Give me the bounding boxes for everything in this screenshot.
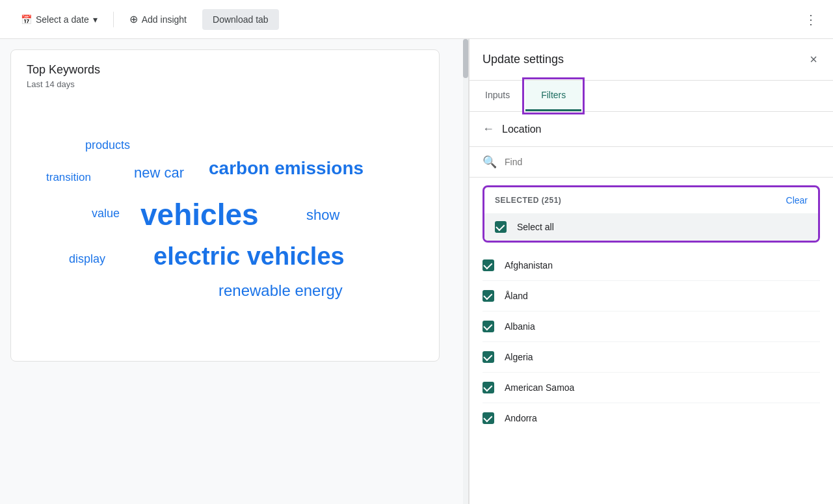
toolbar: ⋮ 📅 Select a date ▾ ⊕ Add insight Downlo…: [0, 0, 833, 39]
left-panel-inner: Top Keywords Last 14 days productstransi…: [10, 49, 458, 494]
calendar-icon: 📅: [21, 14, 32, 25]
word-cloud-word: vehicles: [140, 197, 259, 232]
location-title: Location: [502, 124, 542, 135]
country-name: Albania: [505, 321, 535, 332]
country-name: American Samoa: [505, 382, 574, 393]
country-name: Åland: [505, 291, 528, 301]
left-panel: Top Keywords Last 14 days productstransi…: [0, 39, 469, 504]
country-checkbox[interactable]: [483, 290, 494, 302]
selected-header: SELECTED (251) Clear: [484, 187, 818, 213]
selected-count-label: SELECTED (251): [495, 196, 561, 205]
country-checkbox[interactable]: [483, 382, 494, 393]
word-cloud-card: Top Keywords Last 14 days productstransi…: [10, 49, 440, 362]
country-row[interactable]: Algeria: [483, 342, 820, 373]
country-row[interactable]: Andorra: [483, 403, 820, 433]
word-cloud-word: carbon emissions: [209, 158, 364, 179]
chevron-down-icon: ▾: [93, 14, 98, 25]
country-checkbox[interactable]: [483, 351, 494, 363]
panel-header: Update settings ×: [469, 39, 833, 81]
download-tab-button[interactable]: Download tab: [202, 9, 279, 30]
more-options-icon[interactable]: ⋮: [799, 9, 823, 30]
card-subtitle: Last 14 days: [27, 79, 423, 89]
country-row[interactable]: American Samoa: [483, 373, 820, 403]
select-all-checkbox[interactable]: [495, 221, 507, 233]
right-panel: Update settings × Inputs Filters ← Locat…: [469, 39, 833, 504]
panel-title: Update settings: [483, 53, 564, 66]
clear-button[interactable]: Clear: [786, 195, 808, 206]
word-cloud-word: renewable energy: [218, 282, 343, 300]
add-insight-label: Add insight: [142, 14, 187, 25]
word-cloud-word: value: [92, 207, 120, 220]
location-header: ← Location: [469, 112, 833, 147]
panel-tabs: Inputs Filters: [469, 81, 833, 112]
search-icon: 🔍: [483, 155, 497, 169]
word-cloud: productstransitionnew carcarbon emission…: [27, 99, 423, 347]
word-cloud-word: transition: [46, 171, 91, 184]
country-checkbox[interactable]: [483, 412, 494, 424]
country-checkbox[interactable]: [483, 259, 494, 271]
tab-filters[interactable]: Filters: [525, 81, 581, 111]
tab-inputs[interactable]: Inputs: [469, 81, 525, 111]
toolbar-divider-1: [113, 12, 114, 27]
select-date-label: Select a date: [36, 14, 89, 25]
country-row[interactable]: Albania: [483, 312, 820, 342]
word-cloud-word: show: [306, 207, 339, 224]
close-button[interactable]: ×: [807, 49, 820, 70]
word-cloud-word: products: [85, 139, 130, 152]
country-list: AfghanistanÅlandAlbaniaAlgeriaAmerican S…: [469, 250, 833, 433]
country-name: Algeria: [505, 352, 533, 362]
back-arrow-icon[interactable]: ←: [483, 122, 494, 136]
select-all-row[interactable]: Select all: [484, 213, 818, 241]
scrollbar-track[interactable]: [463, 39, 468, 504]
country-row[interactable]: Afghanistan: [483, 250, 820, 281]
add-icon: ⊕: [129, 13, 138, 25]
search-input[interactable]: [505, 157, 820, 167]
scrollbar-thumb[interactable]: [463, 39, 468, 78]
tab-filters-label: Filters: [541, 90, 566, 100]
country-checkbox[interactable]: [483, 321, 494, 332]
main-content: Top Keywords Last 14 days productstransi…: [0, 39, 833, 504]
word-cloud-word: new car: [134, 165, 184, 181]
country-row[interactable]: Åland: [483, 281, 820, 312]
select-all-label: Select all: [517, 222, 554, 232]
word-cloud-word: electric vehicles: [153, 243, 345, 271]
country-name: Andorra: [505, 413, 537, 423]
panel-content: ← Location 🔍 SELECTED (251) Clear Select…: [469, 112, 833, 504]
tab-inputs-label: Inputs: [485, 90, 510, 100]
word-cloud-word: display: [69, 252, 105, 266]
country-name: Afghanistan: [505, 260, 553, 271]
search-row: 🔍: [469, 147, 833, 178]
download-tab-label: Download tab: [213, 14, 269, 25]
toolbar-right-actions: ⋮: [799, 9, 823, 30]
card-title: Top Keywords: [27, 63, 423, 77]
selected-section: SELECTED (251) Clear Select all: [483, 185, 820, 243]
select-date-button[interactable]: 📅 Select a date ▾: [10, 9, 108, 30]
add-insight-button[interactable]: ⊕ Add insight: [119, 8, 197, 31]
